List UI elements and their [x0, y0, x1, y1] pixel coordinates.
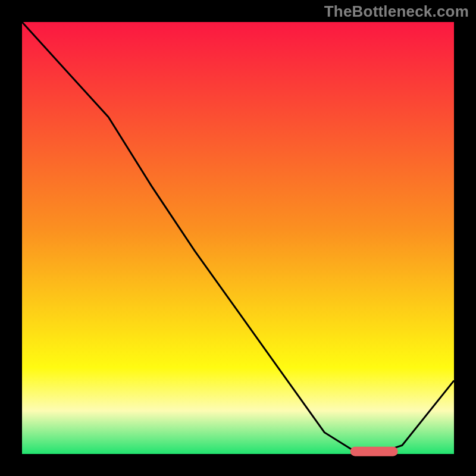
chart-container: { "watermark": "TheBottleneck.com", "col… — [0, 0, 476, 476]
bottleneck-chart — [0, 0, 476, 476]
plot-background — [22, 22, 454, 454]
optimal-range-marker — [350, 447, 398, 456]
